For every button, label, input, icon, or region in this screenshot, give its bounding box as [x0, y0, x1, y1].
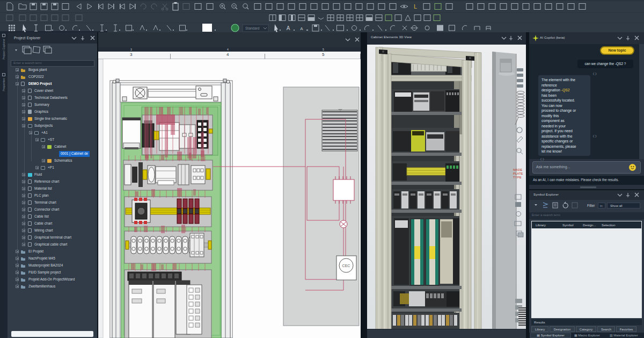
svg-text:A: A — [300, 26, 303, 31]
svg-text:TYPE: TYPE — [513, 176, 522, 179]
svg-text:L: L — [414, 3, 417, 10]
svg-text:A: A — [287, 25, 290, 31]
svg-text:Standard: Standard — [245, 26, 260, 30]
svg-text:CEC: CEC — [342, 264, 350, 268]
svg-text:PLATE: PLATE — [513, 172, 523, 175]
svg-text:MADE: MADE — [513, 168, 522, 171]
